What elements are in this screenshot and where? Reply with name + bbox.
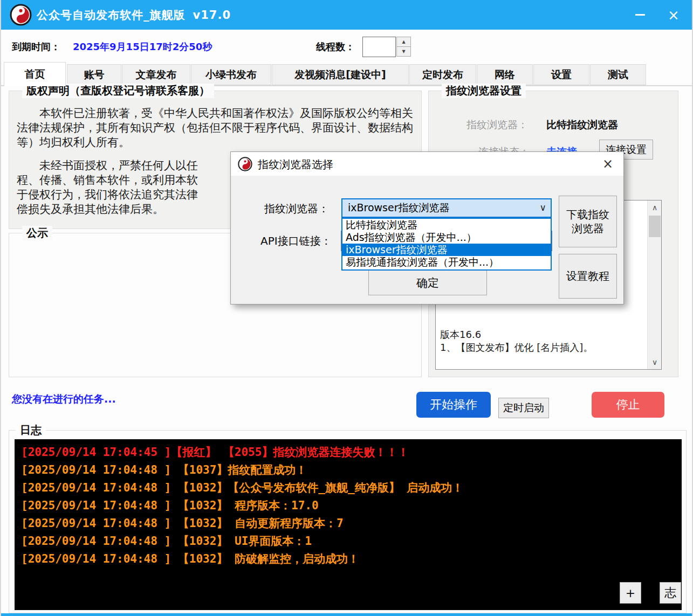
copyright-paragraph-1: 本软件已注册软著，受《中华人民共和国著作权法》及国际版权公约等相关法律法规保护，… <box>17 106 415 150</box>
dropdown-option-bit[interactable]: 比特指纹浏览器 <box>342 219 551 231</box>
log-entry: [2025/09/14 17:04:45 ]【报红】 【2055】指纹浏览器连接… <box>21 444 675 461</box>
tab-home[interactable]: 首页 <box>4 62 66 86</box>
scrollbar-thumb[interactable] <box>649 216 661 237</box>
close-button[interactable]: × <box>660 0 688 30</box>
ok-button[interactable]: 确定 <box>368 270 487 295</box>
expiry-value: 2025年9月15日17时2分50秒 <box>73 40 212 53</box>
start-operation-button[interactable]: 开始操作 <box>416 392 491 418</box>
tab-settings[interactable]: 设置 <box>533 64 589 85</box>
spinner-down-button[interactable]: ▼ <box>396 46 411 57</box>
download-button-line1: 下载指纹 <box>566 207 609 222</box>
chevron-down-icon: ∨ <box>540 202 546 213</box>
log-output-area[interactable]: [2025/09/14 17:04:45 ]【报红】 【2055】指纹浏览器连接… <box>15 439 682 610</box>
dialog-logo-icon <box>238 157 252 171</box>
top-info-row: 到期时间： 2025年9月15日17时2分50秒 线程数： ▲ ▼ <box>1 30 692 62</box>
log-entry: [2025/09/14 17:04:48 ] 【1032】 自动更新程序版本：7 <box>21 515 675 532</box>
browser-combobox[interactable]: ixBrowser指纹浏览器 ∨ <box>341 198 552 218</box>
download-button-line2: 浏览器 <box>572 222 604 236</box>
setup-tutorial-button[interactable]: 设置教程 <box>559 254 617 299</box>
tab-video-message[interactable]: 发视频消息[建设中] <box>272 64 409 85</box>
log-entry: [2025/09/14 17:04:48 ] 【1032】 UI界面版本：1 <box>21 532 675 550</box>
minimize-button[interactable] <box>626 0 654 30</box>
dialog-title: 指纹浏览器选择 <box>258 157 333 172</box>
fingerprint-settings-title: 指纹浏览器设置 <box>442 84 526 98</box>
tab-scheduled-publish[interactable]: 定时发布 <box>409 64 476 85</box>
log-entry: [2025/09/14 17:04:48 ] 【1037】指纹配置成功！ <box>21 461 675 479</box>
expiry-label: 到期时间： <box>12 40 60 53</box>
log-entry: [2025/09/14 17:04:48 ] 【1032】 程序版本：17.0 <box>21 497 675 515</box>
stop-button[interactable]: 停止 <box>592 392 664 418</box>
dropdown-option-yizhijingtong[interactable]: 易指境通指纹浏览器（开发中...） <box>342 256 551 268</box>
changelog-line: 1、【图文发布】优化 [名片插入]。 <box>440 341 593 354</box>
dialog-title-bar: 指纹浏览器选择 × <box>231 152 623 176</box>
threads-input[interactable] <box>362 37 396 57</box>
version-label: v17.0 <box>193 9 231 22</box>
scrollbar-up-icon[interactable]: ∧ <box>648 200 662 214</box>
window-bottom-border <box>1 613 692 616</box>
tab-test[interactable]: 测试 <box>590 64 646 85</box>
dialog-browser-label: 指纹浏览器： <box>264 202 329 216</box>
app-window: 公众号自动发布软件_旗舰版v17.0 × 到期时间： 2025年9月15日17时… <box>0 0 693 616</box>
title-bar: 公众号自动发布软件_旗舰版v17.0 × <box>1 0 692 30</box>
log-groupbox: 日志 [2025/09/14 17:04:45 ]【报红】 【2055】指纹浏览… <box>9 430 687 613</box>
changelog-text: 版本16.6 1、【图文发布】优化 [名片插入]。 <box>440 328 593 354</box>
fingerprint-browser-label: 指纹浏览器： <box>466 118 528 132</box>
changelog-scrollbar[interactable]: ∧ ∨ <box>647 200 661 369</box>
log-title: 日志 <box>16 423 46 438</box>
dropdown-option-ixbrowser[interactable]: ixBrowser指纹浏览器 <box>342 244 551 256</box>
tab-network[interactable]: 网络 <box>477 64 533 85</box>
tab-accounts[interactable]: 账号 <box>67 64 121 85</box>
fingerprint-browser-select-dialog: 指纹浏览器选择 × 指纹浏览器： API接口链接： ixBrowser指纹浏览器… <box>230 151 624 304</box>
browser-dropdown-list: 比特指纹浏览器 Ads指纹浏览器（开发中...） ixBrowser指纹浏览器 … <box>341 218 552 271</box>
scrollbar-down-icon[interactable]: ∨ <box>648 355 662 369</box>
scheduled-start-button[interactable]: 定时启动 <box>498 398 549 418</box>
threads-label: 线程数： <box>316 40 355 53</box>
threads-spinner: ▲ ▼ <box>396 37 411 57</box>
api-link-label: API接口链接： <box>260 234 332 248</box>
window-title: 公众号自动发布软件_旗舰版v17.0 <box>37 8 231 23</box>
log-entry: [2025/09/14 17:04:48 ] 【1032】 防破解监控，启动成功… <box>21 550 675 568</box>
app-logo-icon <box>10 4 32 26</box>
task-status-message: 您没有在进行的任务... <box>12 392 116 406</box>
tab-bar: 首页 账号 文章发布 小绿书发布 发视频消息[建设中] 定时发布 网络 设置 测… <box>1 62 692 86</box>
tab-xiaolvshu-publish[interactable]: 小绿书发布 <box>191 64 271 85</box>
download-fingerprint-browser-button[interactable]: 下载指纹 浏览器 <box>559 196 617 247</box>
log-lines: [2025/09/14 17:04:45 ]【报红】 【2055】指纹浏览器连接… <box>15 439 682 572</box>
log-font-increase-button[interactable]: + <box>620 582 641 604</box>
fingerprint-browser-value: 比特指纹浏览器 <box>546 118 618 132</box>
log-toggle-button[interactable]: 志 <box>660 582 681 604</box>
status-row: 您没有在进行的任务... 开始操作 定时启动 停止 <box>1 385 692 430</box>
browser-combobox-value: ixBrowser指纹浏览器 <box>348 201 450 215</box>
spinner-up-button[interactable]: ▲ <box>396 37 411 47</box>
notice-title: 公示 <box>22 226 52 240</box>
dialog-close-button[interactable]: × <box>599 155 617 172</box>
log-entry: [2025/09/14 17:04:48 ] 【1032】【公众号发布软件_旗舰… <box>21 479 675 497</box>
dropdown-option-ads[interactable]: Ads指纹浏览器（开发中...） <box>342 231 551 244</box>
changelog-line: 版本16.6 <box>440 328 593 341</box>
tab-article-publish[interactable]: 文章发布 <box>122 64 190 85</box>
